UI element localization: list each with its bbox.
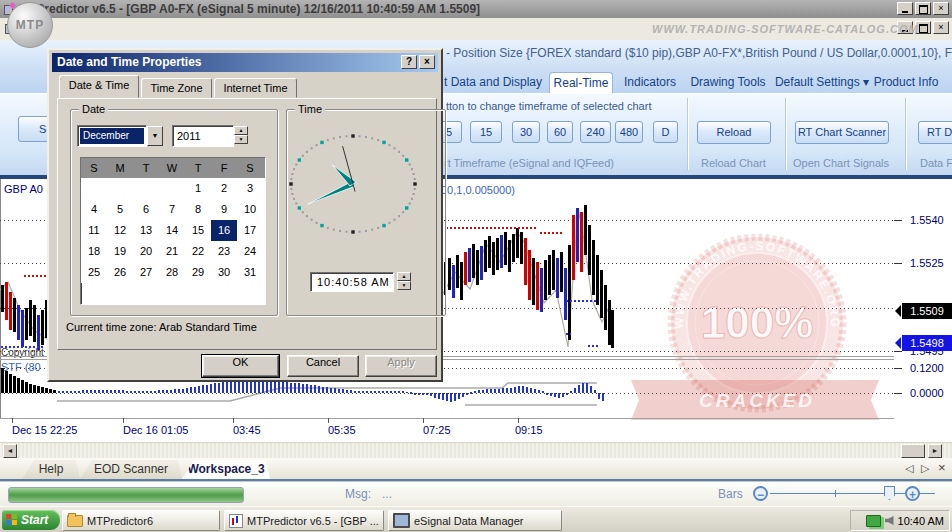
- bars-zoom-in-icon[interactable]: +: [905, 486, 920, 501]
- scroll-right-icon[interactable]: ►: [928, 444, 942, 458]
- oscillator-bar: [490, 389, 492, 393]
- bars-zoom-out-icon[interactable]: −: [753, 486, 768, 501]
- oscillator-bar: [594, 390, 596, 393]
- year-spinner[interactable]: ▲▼: [234, 126, 248, 144]
- calendar-day[interactable]: 19: [107, 241, 133, 262]
- calendar-day[interactable]: 18: [81, 241, 107, 262]
- timeframe-button-D[interactable]: D: [653, 121, 678, 143]
- calendar-day[interactable]: 12: [107, 220, 133, 241]
- timeframe-button-15[interactable]: 15: [470, 121, 502, 143]
- bars-slider-handle[interactable]: [884, 486, 895, 500]
- timeframe-button-30[interactable]: 30: [512, 121, 540, 143]
- calendar-day[interactable]: 25: [81, 262, 107, 283]
- workspace-tab-eod-scanner[interactable]: EOD Scanner: [80, 460, 182, 479]
- tab-nav-close-icon[interactable]: ×: [938, 460, 946, 475]
- restore-icon[interactable]: [915, 2, 931, 15]
- time-spinner[interactable]: ▲▼: [397, 272, 411, 290]
- calendar-day[interactable]: 3: [237, 178, 263, 199]
- tab-nav-right-icon[interactable]: ▷: [921, 462, 929, 475]
- ok-button[interactable]: OK: [202, 355, 279, 377]
- oscillator-bar: [518, 386, 520, 393]
- speaker-icon[interactable]: [885, 516, 894, 525]
- calendar-day[interactable]: 8: [185, 199, 211, 220]
- ribbon-tab-t-data-and-display[interactable]: t Data and Display: [438, 72, 548, 93]
- reload-button[interactable]: Reload: [697, 121, 771, 144]
- oscillator-bar: [534, 389, 536, 393]
- ribbon-tab-drawing-tools[interactable]: Drawing Tools: [688, 72, 768, 93]
- rt-data-button[interactable]: RT D: [918, 121, 952, 144]
- apply-button[interactable]: Apply: [365, 355, 437, 377]
- calendar-day[interactable]: 30: [211, 262, 237, 283]
- calendar-day[interactable]: 17: [237, 220, 263, 241]
- network-icon[interactable]: [866, 515, 881, 527]
- price-bar: [596, 255, 599, 305]
- cancel-button[interactable]: Cancel: [287, 355, 359, 377]
- month-dropdown-icon[interactable]: ▼: [147, 126, 163, 146]
- oscillator-bar: [398, 391, 400, 393]
- close-icon[interactable]: ×: [933, 2, 949, 15]
- taskbar-button[interactable]: eSignal Data Manager: [388, 510, 562, 531]
- calendar-day[interactable]: 4: [81, 199, 107, 220]
- dialog-tab-internet-time[interactable]: Internet Time: [214, 78, 297, 98]
- calendar-day[interactable]: 5: [107, 199, 133, 220]
- calendar-day[interactable]: 15: [185, 220, 211, 241]
- calendar-day[interactable]: 2: [211, 178, 237, 199]
- calendar-day[interactable]: 24: [237, 241, 263, 262]
- dialog-tab-time-zone[interactable]: Time Zone: [141, 78, 212, 98]
- calendar-day[interactable]: 27: [133, 262, 159, 283]
- dialog-close-icon[interactable]: ×: [419, 55, 435, 69]
- timeframe-button-240[interactable]: 240: [580, 121, 611, 143]
- calendar-day[interactable]: 31: [237, 262, 263, 283]
- oscillator-bar: [234, 381, 236, 393]
- ribbon-tab-default-settings--[interactable]: Default Settings ▾: [773, 72, 871, 93]
- calendar-day[interactable]: 28: [159, 262, 185, 283]
- calendar-day[interactable]: 16: [211, 220, 237, 241]
- taskbar-button[interactable]: MTPredictor v6.5 - [GBP ...: [224, 510, 384, 531]
- calendar-day[interactable]: 6: [133, 199, 159, 220]
- calendar-day[interactable]: 23: [211, 241, 237, 262]
- dialog-titlebar[interactable]: Date and Time Properties ? ×: [52, 53, 438, 72]
- time-field[interactable]: 10:40:58 AM: [310, 272, 394, 292]
- calendar-day[interactable]: 26: [107, 262, 133, 283]
- rt-chart-scanner-button[interactable]: RT Chart Scanner: [795, 121, 889, 144]
- child-close-icon[interactable]: ×: [933, 21, 949, 34]
- workspace-tab-help[interactable]: Help: [22, 460, 80, 479]
- window-titlebar: MTPredictor v6.5 - [GBP A0-FX (eSignal 5…: [0, 0, 952, 18]
- calendar-day[interactable]: 14: [159, 220, 185, 241]
- calendar-day[interactable]: 22: [185, 241, 211, 262]
- workspace-tab-workspace-3[interactable]: Workspace_3: [182, 460, 270, 479]
- calendar-day[interactable]: 7: [159, 199, 185, 220]
- calendar-day[interactable]: 20: [133, 241, 159, 262]
- calendar-day[interactable]: 13: [133, 220, 159, 241]
- scroll-thumb[interactable]: [901, 444, 925, 458]
- tab-nav-left-icon[interactable]: ◁: [905, 462, 913, 475]
- calendar-day[interactable]: 10: [237, 199, 263, 220]
- ribbon-tab-indicators[interactable]: Indicators: [622, 72, 678, 93]
- dialog-help-icon[interactable]: ?: [401, 55, 417, 69]
- calendar-day[interactable]: 11: [81, 220, 107, 241]
- calendar-day[interactable]: 21: [159, 241, 185, 262]
- calendar-day[interactable]: 29: [185, 262, 211, 283]
- year-field[interactable]: 2011: [172, 125, 234, 147]
- scroll-left-icon[interactable]: ◄: [3, 444, 17, 458]
- month-dropdown[interactable]: December: [77, 125, 147, 147]
- mtp-logo[interactable]: MTP: [7, 2, 53, 48]
- timeframe-button-60[interactable]: 60: [547, 121, 573, 143]
- oscillator-bar: [98, 390, 100, 393]
- minimize-icon[interactable]: [897, 2, 913, 15]
- dialog-tab-date---time[interactable]: Date & Time: [59, 75, 139, 98]
- oscillator-bar: [506, 388, 508, 393]
- chart-hscrollbar[interactable]: ◄ ►: [0, 442, 952, 459]
- oscillator-bar: [166, 390, 168, 393]
- oscillator-bar: [170, 390, 172, 393]
- price-label: 0.1200: [910, 362, 944, 374]
- timeframe-button-480[interactable]: 480: [615, 121, 643, 143]
- calendar-day[interactable]: 9: [211, 199, 237, 220]
- start-button[interactable]: Start: [2, 510, 60, 530]
- oscillator-bar: [198, 386, 200, 393]
- calendar-day[interactable]: 1: [185, 178, 211, 199]
- ribbon-tab-real-time[interactable]: Real-Time: [549, 72, 613, 94]
- calendar[interactable]: SMTWTFS 12345678910111213141516171819202…: [80, 157, 266, 305]
- ribbon-tab-product-info[interactable]: Product Info: [871, 72, 941, 93]
- taskbar-button[interactable]: MTPredictor6: [62, 510, 220, 531]
